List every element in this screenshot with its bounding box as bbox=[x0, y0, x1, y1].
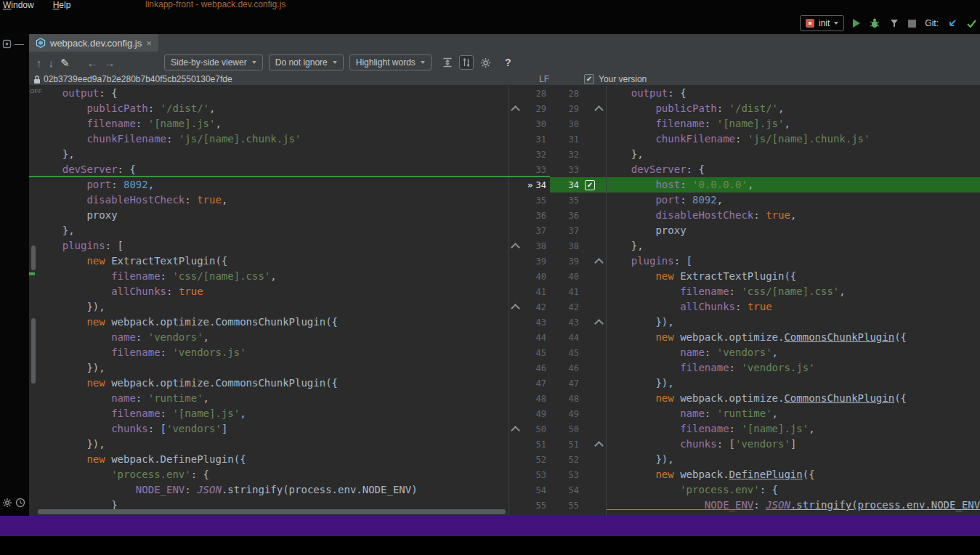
code-line: chunks: ['vendors'] bbox=[38, 421, 509, 437]
fold-marker-icon[interactable] bbox=[511, 243, 520, 252]
coverage-icon[interactable] bbox=[889, 18, 899, 28]
code-token: 8092 bbox=[123, 179, 148, 190]
code-token: 'js/[name].chunk.js' bbox=[179, 133, 301, 145]
synchronize-scrolling-icon[interactable] bbox=[459, 55, 474, 70]
run-button[interactable] bbox=[853, 19, 860, 28]
fold-marker-icon[interactable] bbox=[594, 319, 604, 328]
gutter-left-half: 52 bbox=[509, 452, 550, 467]
stop-button[interactable] bbox=[908, 20, 916, 28]
right-pane[interactable]: output: { publicPath: '/dist/', filename… bbox=[606, 86, 980, 516]
git-update-icon[interactable] bbox=[947, 18, 957, 28]
fold-marker-icon[interactable] bbox=[594, 258, 604, 267]
line-number: 40 bbox=[536, 272, 546, 282]
code-line: }, bbox=[38, 223, 509, 238]
tool-window-icon[interactable] bbox=[2, 39, 12, 49]
gear-icon[interactable] bbox=[2, 498, 12, 508]
help-button[interactable]: ? bbox=[505, 57, 511, 68]
debug-icon[interactable] bbox=[869, 17, 880, 29]
line-number: 54 bbox=[550, 485, 579, 495]
git-commit-check-icon[interactable] bbox=[966, 18, 977, 28]
fold-marker-icon[interactable] bbox=[511, 304, 520, 313]
code-line: new webpack.DefinePlugin({ bbox=[607, 467, 980, 482]
code-token: webpack.optimize.CommonsChunkPlugin({ bbox=[105, 316, 338, 328]
code-line: name: 'runtime', bbox=[607, 406, 980, 421]
code-token: new bbox=[607, 331, 674, 343]
code-token: webpack.optimize.CommonsChunkPlugin({ bbox=[105, 377, 338, 389]
gutter-row: 5050 bbox=[509, 421, 606, 437]
line-number: 50 bbox=[550, 424, 579, 434]
code-token: , bbox=[778, 102, 784, 114]
code-token: '0.0.0.0' bbox=[692, 179, 748, 190]
line-number: 31 bbox=[536, 134, 546, 145]
code-token: , bbox=[222, 194, 227, 206]
close-icon[interactable]: × bbox=[146, 39, 152, 48]
code-token: chunkFilename bbox=[607, 133, 735, 145]
line-number: 35 bbox=[536, 195, 546, 206]
left-scrollbar-thumb[interactable] bbox=[31, 246, 36, 270]
collapse-unchanged-icon[interactable] bbox=[440, 55, 455, 70]
run-configuration-select[interactable]: init bbox=[800, 15, 844, 31]
code-token: new bbox=[607, 270, 674, 282]
forward-icon[interactable]: → bbox=[105, 57, 116, 68]
minimize-icon[interactable]: — bbox=[15, 39, 24, 49]
viewer-mode-select[interactable]: Side-by-side viewer bbox=[164, 54, 263, 70]
code-token: : bbox=[111, 179, 123, 190]
left-pane[interactable]: output: { publicPath: '/dist/', filename… bbox=[38, 86, 509, 516]
left-scrollbar-thumb[interactable] bbox=[31, 318, 36, 384]
code-token: disableHostCheck bbox=[38, 194, 185, 206]
fold-marker-icon[interactable] bbox=[594, 105, 604, 115]
line-number: 51 bbox=[550, 439, 579, 450]
code-token: '/dist/' bbox=[161, 102, 209, 114]
menu-item-help[interactable]: Help bbox=[52, 0, 73, 9]
fold-marker-icon[interactable] bbox=[511, 105, 520, 115]
code-token: new bbox=[38, 377, 105, 389]
tab-webpack-dev-config[interactable]: webpack.dev.config.js × bbox=[29, 34, 158, 52]
gutter-left-half: 48 bbox=[509, 391, 550, 406]
code-token: : bbox=[735, 133, 748, 145]
your-version-checkbox[interactable]: ✓ bbox=[584, 74, 594, 84]
revision-hash: 02b3739eed9a7b2e280b7b40f5cb2550130e7fde bbox=[44, 74, 232, 84]
horizontal-scrollbar-thumb[interactable] bbox=[38, 509, 506, 514]
code-token: }, bbox=[607, 148, 644, 160]
change-marker[interactable] bbox=[29, 272, 35, 275]
ignore-policy-label: Do not ignore bbox=[275, 57, 328, 68]
line-number: 39 bbox=[550, 256, 579, 267]
ignore-policy-select[interactable]: Do not ignore bbox=[269, 54, 344, 70]
menu-item-window[interactable]: Window bbox=[1, 0, 36, 9]
code-token: : [ bbox=[148, 423, 166, 434]
editor-settings-gear-icon[interactable] bbox=[478, 55, 493, 70]
code-line: new webpack.optimize.CommonsChunkPlugin(… bbox=[38, 376, 509, 391]
code-token: DefinePlugin bbox=[729, 469, 803, 480]
gutter-row: 5454 bbox=[509, 482, 606, 498]
line-number: 42 bbox=[536, 302, 546, 312]
code-token: new bbox=[607, 469, 674, 480]
apply-change-checkbox[interactable]: ✓ bbox=[585, 180, 595, 190]
line-number: 49 bbox=[550, 409, 579, 419]
code-line: disableHostCheck: true, bbox=[38, 193, 509, 208]
code-token: ({ bbox=[803, 469, 815, 480]
code-line: port: 8092, bbox=[607, 193, 980, 208]
gutter-row: 5151 bbox=[509, 437, 606, 452]
fold-marker-icon[interactable] bbox=[511, 426, 520, 435]
gutter-left-half: 33 bbox=[509, 162, 550, 177]
gutter-right-half: 41 bbox=[550, 284, 606, 299]
edit-icon[interactable]: ✎ bbox=[60, 57, 70, 68]
code-token: filename bbox=[38, 118, 136, 129]
gutter-row: 4141 bbox=[509, 284, 606, 299]
code-token: 'runtime' bbox=[717, 408, 772, 419]
back-icon[interactable]: ← bbox=[87, 57, 98, 68]
fold-marker-icon[interactable] bbox=[594, 441, 604, 450]
code-token: }), bbox=[607, 316, 674, 328]
code-token: CommonsChunkPlugin bbox=[784, 331, 894, 343]
code-token: : { bbox=[687, 163, 705, 175]
previous-difference-icon[interactable]: ↑ bbox=[36, 57, 42, 68]
line-number: 36 bbox=[550, 211, 579, 221]
code-token: NODE_ENV bbox=[607, 499, 753, 511]
code-line: allChunks: true bbox=[38, 284, 509, 299]
line-number: 41 bbox=[550, 287, 579, 297]
next-difference-icon[interactable]: ↓ bbox=[49, 57, 54, 68]
clock-icon[interactable] bbox=[15, 498, 25, 508]
gutter-right-half: 55 bbox=[550, 498, 606, 513]
highlight-policy-select[interactable]: Highlight words bbox=[349, 54, 432, 70]
line-number: 36 bbox=[536, 211, 546, 221]
